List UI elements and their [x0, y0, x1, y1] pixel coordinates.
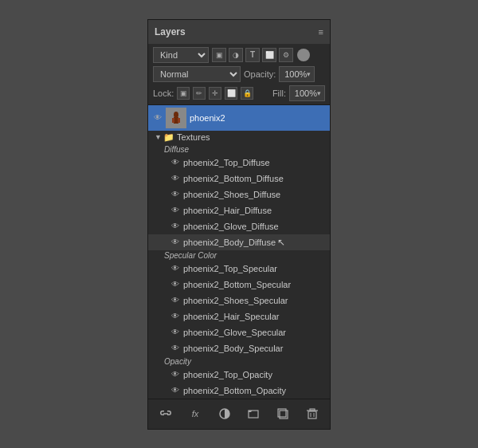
vis-glove-diffuse[interactable]: 👁	[169, 220, 182, 233]
vis-bottom-opacity[interactable]: 👁	[169, 384, 182, 397]
layer-body-diffuse[interactable]: 👁 phoenix2_Body_Diffuse ↖	[148, 234, 330, 250]
layer-top-diffuse[interactable]: 👁 phoenix2_Top_Diffuse	[148, 155, 330, 171]
category-diffuse: Diffuse	[148, 144, 330, 155]
svg-point-1	[174, 112, 178, 118]
vis-top-diffuse[interactable]: 👁	[169, 156, 182, 169]
vis-glove-specular[interactable]: 👁	[169, 326, 182, 339]
titlebar-icons: ≡	[319, 27, 323, 37]
layers-panel: Layers ≡ Kind ▣ ◑ T ⬜ ⚙ Normal Opac	[147, 19, 331, 430]
lock-label: Lock:	[153, 88, 174, 98]
layer-hair-diffuse[interactable]: 👁 phoenix2_Hair_Diffuse	[148, 202, 330, 218]
layer-top-specular[interactable]: 👁 phoenix2_Top_Specular	[148, 261, 330, 277]
bottom-bar: fx	[148, 399, 330, 429]
layer-bottom-specular[interactable]: 👁 phoenix2_Bottom_Specular	[148, 277, 330, 293]
lock-all-icon[interactable]: 🔒	[241, 87, 253, 100]
svg-rect-3	[172, 118, 174, 123]
panel-titlebar: Layers ≡	[148, 20, 330, 44]
svg-rect-11	[310, 409, 315, 411]
layer-shoes-diffuse[interactable]: 👁 phoenix2_Shoes_Diffuse	[148, 187, 330, 202]
type-filter-icon[interactable]: T	[245, 48, 260, 62]
layer-glove-diffuse[interactable]: 👁 phoenix2_Glove_Diffuse	[148, 218, 330, 234]
kind-icons: ▣ ◑ T ⬜ ⚙	[212, 48, 310, 62]
vis-hair-diffuse[interactable]: 👁	[169, 204, 182, 217]
vis-shoes-diffuse[interactable]: 👁	[169, 188, 182, 201]
vis-top-opacity[interactable]: 👁	[169, 368, 182, 381]
vis-bottom-specular[interactable]: 👁	[169, 278, 182, 291]
smart-filter-icon[interactable]: ⚙	[279, 48, 293, 62]
layer-bottom-opacity[interactable]: 👁 phoenix2_Bottom_Opacity	[148, 383, 330, 399]
vis-top-specular[interactable]: 👁	[169, 262, 182, 275]
vis-body-diffuse[interactable]: 👁	[169, 236, 182, 249]
vis-bottom-diffuse[interactable]: 👁	[169, 172, 182, 185]
new-layer-icon[interactable]	[275, 406, 291, 422]
layer-bottom-diffuse[interactable]: 👁 phoenix2_Bottom_Diffuse	[148, 171, 330, 187]
layer-top-opacity[interactable]: 👁 phoenix2_Top_Opacity	[148, 367, 330, 383]
cursor-icon: ↖	[277, 237, 285, 248]
lock-position-icon[interactable]: ✛	[209, 87, 221, 100]
layer-group-phoenix2[interactable]: 👁 phoenix2	[148, 105, 330, 131]
panel-controls: Kind ▣ ◑ T ⬜ ⚙ Normal Opacity: 100% ▾	[148, 44, 330, 105]
adjustment-filter-icon[interactable]: ◑	[229, 48, 243, 62]
layer-hair-specular[interactable]: 👁 phoenix2_Hair_Specular	[148, 308, 330, 324]
opacity-value[interactable]: 100% ▾	[279, 66, 315, 82]
link-layers-icon[interactable]	[158, 406, 174, 422]
kind-circle	[297, 49, 310, 61]
layer-shoes-specular[interactable]: 👁 phoenix2_Shoes_Specular	[148, 293, 330, 308]
folder-name-textures: Textures	[177, 132, 210, 142]
kind-row: Kind ▣ ◑ T ⬜ ⚙	[153, 47, 325, 63]
vis-body-specular[interactable]: 👁	[169, 342, 182, 355]
panel-menu-icon[interactable]: ≡	[319, 27, 323, 37]
kind-select[interactable]: Kind	[153, 47, 209, 63]
layers-list[interactable]: 👁 phoenix2 ▼ 📁 Textures	[148, 105, 330, 399]
opacity-dropdown-arrow[interactable]: ▾	[307, 70, 311, 78]
new-group-icon[interactable]	[245, 406, 261, 422]
folder-icon-textures: 📁	[163, 132, 174, 143]
shape-filter-icon[interactable]: ⬜	[262, 48, 276, 62]
fill-value[interactable]: 100% ▾	[289, 85, 325, 101]
opacity-label: Opacity:	[244, 69, 276, 79]
layer-glove-specular[interactable]: 👁 phoenix2_Glove_Specular	[148, 324, 330, 340]
svg-rect-4	[178, 118, 180, 123]
category-specular: Specular Color	[148, 250, 330, 261]
lock-artboard-icon[interactable]: ⬜	[225, 87, 237, 100]
folder-triangle-textures: ▼	[155, 133, 162, 141]
visibility-icon-phoenix2[interactable]: 👁	[151, 112, 164, 124]
fill-dropdown-arrow[interactable]: ▾	[317, 89, 321, 97]
fill-label: Fill:	[272, 88, 286, 98]
blend-row: Normal Opacity: 100% ▾	[153, 66, 325, 82]
lock-row: Lock: ▣ ✏ ✛ ⬜ 🔒 Fill: 100% ▾	[153, 85, 325, 101]
thumbnail-phoenix2	[166, 108, 186, 128]
layer-name-phoenix2: phoenix2	[190, 113, 327, 123]
lock-transparent-icon[interactable]: ▣	[177, 87, 190, 100]
folder-textures[interactable]: ▼ 📁 Textures	[148, 131, 330, 144]
new-fill-adjustment-icon[interactable]	[217, 406, 233, 422]
fx-icon[interactable]: fx	[187, 406, 203, 422]
category-opacity: Opacity	[148, 356, 330, 367]
thumbnail-image	[167, 108, 186, 128]
layer-body-specular[interactable]: 👁 phoenix2_Body_Specular	[148, 340, 330, 356]
panel-title: Layers	[155, 26, 186, 37]
vis-hair-specular[interactable]: 👁	[169, 310, 182, 323]
svg-rect-9	[308, 411, 316, 419]
blend-mode-select[interactable]: Normal	[153, 66, 241, 82]
lock-brush-icon[interactable]: ✏	[193, 87, 206, 100]
delete-layer-icon[interactable]	[304, 406, 320, 422]
pixel-filter-icon[interactable]: ▣	[212, 48, 226, 62]
vis-shoes-specular[interactable]: 👁	[169, 294, 182, 307]
